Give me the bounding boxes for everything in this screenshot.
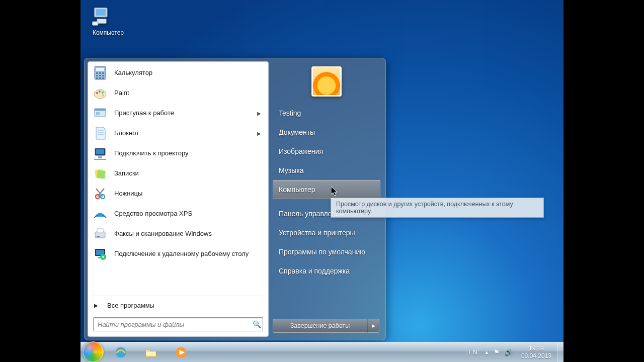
app-label: Подключение к удаленному рабочему столу	[114, 250, 264, 258]
tooltip: Просмотр дисков и других устройств, подк…	[331, 198, 544, 218]
svg-rect-30	[97, 170, 106, 179]
start-right-item[interactable]: Устройства и принтеры	[273, 223, 380, 242]
app-item-notepad[interactable]: Блокнот ▶	[88, 123, 268, 143]
triangle-right-icon: ▶	[94, 303, 98, 308]
app-label: Факсы и сканирование Windows	[114, 230, 264, 238]
svg-rect-1	[96, 9, 106, 16]
app-item-projector[interactable]: Подключить к проектору	[88, 143, 268, 163]
clock-date: 09.04.2013	[521, 352, 551, 359]
cursor-icon	[331, 187, 338, 197]
search-box[interactable]: 🔍	[93, 317, 263, 331]
svg-rect-12	[96, 77, 98, 79]
svg-rect-2	[97, 19, 106, 24]
start-right-item[interactable]: Музыка	[273, 161, 380, 180]
desktop: Компьютер Калькулятор Paint Приступая к …	[80, 0, 564, 362]
app-label: Средство просмотра XPS	[114, 210, 264, 218]
svg-marker-42	[331, 187, 337, 196]
user-picture-wrap	[273, 66, 380, 97]
taskbar-media-player-button[interactable]	[167, 344, 195, 360]
start-right-item[interactable]: Testing	[273, 104, 380, 123]
app-item-snipping[interactable]: Ножницы	[88, 184, 268, 204]
tooltip-text: Просмотр дисков и других устройств, подк…	[336, 201, 513, 215]
user-picture[interactable]	[311, 66, 342, 97]
svg-rect-6	[96, 72, 98, 74]
app-label: Приступая к работе	[114, 109, 257, 117]
pinned-apps-list: Калькулятор Paint Приступая к работе ▶ Б…	[88, 62, 268, 295]
submenu-arrow-icon: ▶	[257, 111, 261, 116]
app-label: Калькулятор	[114, 69, 264, 77]
app-item-calculator[interactable]: Калькулятор	[88, 63, 268, 83]
language-indicator[interactable]: EN	[463, 348, 482, 356]
triangle-right-icon: ▶	[372, 323, 375, 328]
search-wrap: 🔍	[88, 313, 268, 336]
app-label: Блокнот	[114, 129, 257, 137]
svg-rect-8	[102, 72, 104, 74]
start-left-pane: Калькулятор Paint Приступая к работе ▶ Б…	[88, 61, 269, 337]
xps-viewer-icon	[92, 206, 108, 222]
projector-icon	[92, 145, 108, 161]
svg-rect-9	[96, 75, 98, 76]
svg-rect-7	[99, 72, 101, 74]
taskbar: EN ▴ ⚑ 🔊 19:19 09.04.2013	[80, 342, 564, 362]
shutdown-row: Завершение работы ▶	[273, 319, 380, 334]
divider	[90, 296, 266, 296]
svg-rect-36	[97, 229, 103, 233]
app-item-paint[interactable]: Paint	[88, 83, 268, 103]
start-button[interactable]	[83, 341, 104, 363]
svg-rect-14	[102, 77, 104, 79]
svg-rect-13	[99, 77, 101, 79]
app-label: Записки	[114, 169, 264, 177]
svg-point-17	[99, 90, 101, 93]
start-right-list: TestingДокументыИзображенияМузыкаКомпьют…	[273, 104, 380, 281]
app-label: Ножницы	[114, 190, 264, 198]
app-item-xps-viewer[interactable]: Средство просмотра XPS	[88, 204, 268, 224]
internet-explorer-icon	[114, 345, 128, 359]
app-item-remote-desktop[interactable]: Подключение к удаленному рабочему столу	[88, 244, 268, 264]
taskbar-explorer-button[interactable]	[137, 344, 165, 360]
svg-rect-11	[102, 75, 104, 76]
svg-point-18	[102, 92, 104, 94]
app-item-fax-scan[interactable]: Факсы и сканирование Windows	[88, 224, 268, 244]
svg-rect-37	[97, 236, 100, 237]
tray-show-hidden-icon[interactable]: ▴	[482, 348, 491, 356]
app-label: Подключить к проектору	[114, 149, 264, 157]
svg-rect-27	[96, 149, 104, 154]
all-programs-button[interactable]: ▶ Все программы	[88, 297, 268, 313]
svg-point-19	[102, 95, 104, 97]
all-programs-label: Все программы	[107, 302, 154, 309]
shutdown-options-button[interactable]: ▶	[367, 319, 379, 333]
start-right-item[interactable]: Программы по умолчанию	[273, 242, 380, 261]
tray-volume-icon[interactable]: 🔊	[502, 348, 515, 356]
sticky-notes-icon	[92, 165, 108, 182]
search-icon: 🔍	[251, 320, 263, 328]
system-tray: EN ▴ ⚑ 🔊 19:19 09.04.2013	[463, 342, 564, 362]
show-desktop-button[interactable]	[557, 342, 564, 362]
desktop-icon-label: Компьютер	[91, 29, 126, 36]
search-input[interactable]	[94, 318, 251, 331]
start-right-item[interactable]: Документы	[273, 123, 380, 142]
svg-rect-10	[99, 75, 101, 76]
desktop-icon-computer[interactable]: Компьютер	[91, 5, 126, 36]
app-item-sticky-notes[interactable]: Записки	[88, 163, 268, 184]
shutdown-button[interactable]: Завершение работы	[273, 319, 367, 333]
app-label: Paint	[114, 89, 264, 97]
clock-time: 19:19	[521, 345, 551, 352]
svg-point-16	[96, 92, 98, 94]
taskbar-ie-button[interactable]	[107, 344, 135, 360]
svg-rect-44	[146, 352, 155, 356]
start-right-item[interactable]: Изображения	[273, 142, 380, 161]
tray-action-center-icon[interactable]: ⚑	[491, 348, 502, 356]
remote-desktop-icon	[92, 246, 108, 262]
computer-icon	[91, 5, 113, 27]
getting-started-icon	[92, 105, 108, 121]
start-right-item[interactable]: Компьютер	[273, 180, 380, 199]
start-right-item[interactable]: Справка и поддержка	[273, 261, 380, 281]
taskbar-clock[interactable]: 19:19 09.04.2013	[515, 345, 557, 359]
fax-scan-icon	[92, 226, 108, 242]
shutdown-label: Завершение работы	[290, 322, 350, 329]
svg-rect-22	[96, 112, 100, 115]
svg-rect-28	[98, 156, 102, 158]
media-player-icon	[174, 345, 188, 359]
svg-rect-3	[93, 22, 98, 25]
app-item-getting-started[interactable]: Приступая к работе ▶	[88, 103, 268, 123]
